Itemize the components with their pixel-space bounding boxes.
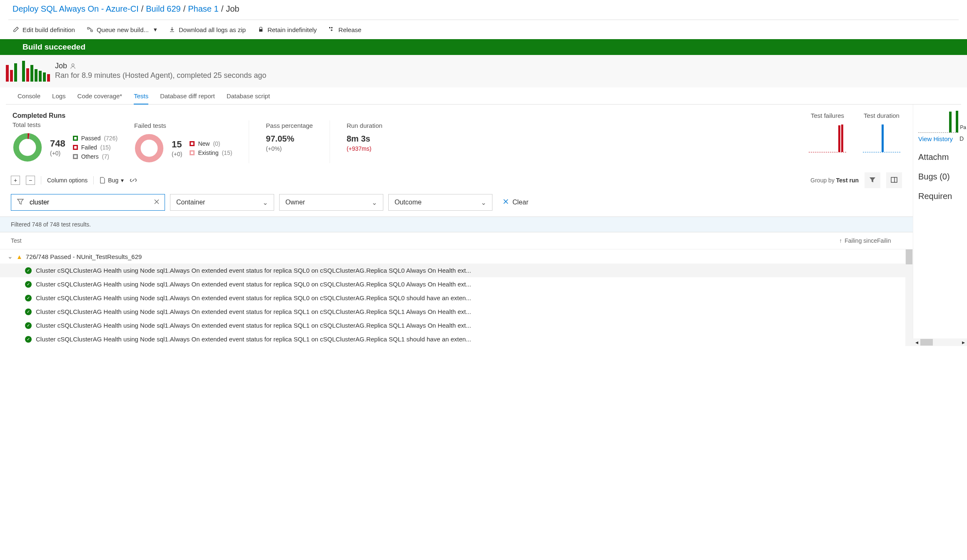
pass-icon: ✓: [25, 309, 32, 315]
pass-pct-label: Pass percentage: [266, 122, 313, 129]
tab-database-diff[interactable]: Database diff report: [160, 92, 215, 104]
failed-tests-donut: [134, 133, 164, 163]
result-group-row[interactable]: ⌄ ▲ 726/748 Passed - NUnit_TestResults_6…: [0, 249, 913, 264]
side-d-label: D: [960, 135, 964, 142]
filter-status: Filtered 748 of 748 test results.: [0, 217, 913, 232]
existing-count: (15): [222, 149, 232, 156]
container-dropdown[interactable]: Container⌄: [170, 194, 274, 211]
breadcrumb-project[interactable]: Deploy SQL Always On - Azure-CI: [12, 4, 139, 14]
test-duration-spark: [863, 123, 900, 152]
job-title: Job: [55, 62, 67, 70]
others-label: Others: [81, 153, 99, 160]
scroll-left-button[interactable]: ◂: [913, 338, 920, 346]
bug-button[interactable]: Bug ▾: [100, 177, 124, 184]
collapse-all-button[interactable]: −: [26, 176, 35, 185]
build-history-bars: [6, 60, 50, 82]
column-options-button[interactable]: Column options: [47, 177, 87, 184]
person-icon: [70, 63, 76, 70]
layout-toggle-button[interactable]: [886, 172, 902, 188]
col-failing-since[interactable]: ↑ Failing since: [839, 237, 877, 244]
tab-tests[interactable]: Tests: [134, 92, 148, 105]
queue-new-build-button[interactable]: Queue new build... ▾: [87, 26, 157, 33]
total-tests-value: 748: [50, 138, 65, 149]
chevron-down-icon: ⌄: [7, 253, 13, 260]
chevron-down-icon: ⌄: [262, 199, 268, 207]
tab-logs[interactable]: Logs: [52, 92, 66, 104]
total-tests-delta: (+0): [50, 150, 65, 157]
release-button[interactable]: Release: [328, 26, 361, 33]
svg-rect-0: [87, 27, 89, 29]
horizontal-scrollbar[interactable]: ◂ ▸: [913, 338, 967, 346]
svg-rect-10: [891, 177, 897, 182]
others-count: (7): [102, 153, 109, 160]
edit-label: Edit build definition: [22, 26, 75, 33]
download-logs-button[interactable]: Download all logs as zip: [169, 26, 246, 33]
test-duration-label: Test duration: [864, 112, 900, 119]
test-name: Cluster cSQLClusterAG Health using Node …: [36, 308, 471, 315]
pass-pct-value: 97.05%: [266, 134, 313, 144]
test-row[interactable]: ✓Cluster cSQLClusterAG Health using Node…: [0, 277, 913, 291]
test-name: Cluster cSQLClusterAG Health using Node …: [36, 336, 471, 343]
pencil-icon: [12, 26, 19, 33]
retain-indefinitely-button[interactable]: Retain indefinitely: [257, 26, 317, 33]
chevron-down-icon: ▾: [121, 177, 124, 184]
retain-label: Retain indefinitely: [267, 26, 317, 33]
failed-tests-delta: (+0): [172, 151, 182, 157]
col-test-label[interactable]: Test: [11, 237, 839, 244]
failed-tests-label: Failed tests: [134, 122, 232, 129]
vertical-scrollbar[interactable]: [905, 249, 913, 346]
breadcrumb: Deploy SQL Always On - Azure-CI / Build …: [0, 0, 967, 20]
breadcrumb-phase[interactable]: Phase 1: [188, 4, 218, 14]
lock-icon: [257, 26, 264, 33]
chevron-down-icon: ⌄: [372, 199, 377, 207]
test-row[interactable]: ✓Cluster cSQLClusterAG Health using Node…: [0, 332, 913, 346]
col-failing-build[interactable]: Failin: [877, 237, 902, 244]
results-list: ⌄ ▲ 726/748 Passed - NUnit_TestResults_6…: [0, 249, 913, 346]
run-dur-label: Run duration: [347, 122, 382, 129]
test-row[interactable]: ✓Cluster cSQLClusterAG Health using Node…: [0, 291, 913, 305]
queue-icon: [87, 26, 93, 33]
scroll-right-button[interactable]: ▸: [960, 338, 967, 346]
arrow-up-icon: ↑: [839, 237, 842, 244]
test-failures-label: Test failures: [811, 112, 844, 119]
svg-rect-2: [259, 29, 262, 32]
view-history-link[interactable]: View History: [918, 135, 953, 142]
clear-filters-button[interactable]: Clear: [497, 194, 533, 211]
requirements-heading: Requiren: [918, 192, 967, 201]
failed-count: (15): [100, 144, 111, 151]
tab-console[interactable]: Console: [17, 92, 40, 104]
funnel-icon: [17, 198, 24, 207]
test-row[interactable]: ✓Cluster cSQLClusterAG Health using Node…: [0, 319, 913, 332]
panel-icon: [890, 176, 898, 185]
test-name: Cluster cSQLClusterAG Health using Node …: [36, 322, 471, 329]
expand-all-button[interactable]: +: [11, 176, 20, 185]
link-button[interactable]: [130, 177, 137, 184]
test-row[interactable]: ✓Cluster cSQLClusterAG Health using Node…: [0, 264, 913, 277]
passed-label: Passed: [81, 135, 101, 142]
side-panel: View History D Pa Attachm Bugs (0) Requi…: [913, 105, 967, 346]
tab-database-script[interactable]: Database script: [227, 92, 270, 104]
failed-tests-value: 15: [172, 139, 182, 150]
link-icon: [130, 177, 137, 184]
group-by-value[interactable]: Test run: [836, 177, 859, 184]
test-name: Cluster cSQLClusterAG Health using Node …: [36, 294, 471, 301]
test-name: Cluster cSQLClusterAG Health using Node …: [36, 281, 471, 288]
filter-toggle-button[interactable]: [865, 172, 880, 188]
build-toolbar: Edit build definition Queue new build...…: [0, 20, 967, 39]
warning-icon: ▲: [16, 253, 22, 260]
total-tests-donut: [12, 132, 42, 162]
new-count: (0): [213, 140, 220, 147]
outcome-dropdown[interactable]: Outcome⌄: [388, 194, 492, 211]
svg-rect-4: [331, 27, 332, 28]
clear-input-button[interactable]: [153, 199, 160, 207]
test-row[interactable]: ✓Cluster cSQLClusterAG Health using Node…: [0, 305, 913, 319]
tab-code-coverage[interactable]: Code coverage*: [77, 92, 122, 104]
search-input[interactable]: [11, 194, 165, 211]
breadcrumb-build[interactable]: Build 629: [146, 4, 180, 14]
owner-dropdown[interactable]: Owner⌄: [279, 194, 383, 211]
test-summary: Completed Runs Total tests 748 (+0) Pass…: [0, 105, 913, 167]
edit-build-definition-button[interactable]: Edit build definition: [12, 26, 75, 33]
run-dur-delta: (+937ms): [347, 145, 382, 152]
group-by-label: Group by Test run: [810, 177, 859, 184]
passed-count: (726): [104, 135, 117, 142]
